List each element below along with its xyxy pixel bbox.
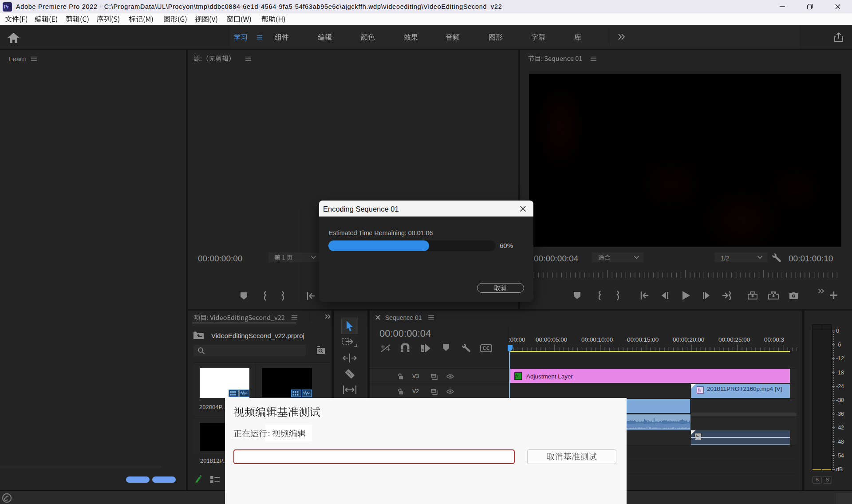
svg-text:fx: fx (698, 387, 701, 393)
svg-text:fx: fx (515, 373, 519, 378)
svg-text:fx: fx (695, 434, 699, 439)
